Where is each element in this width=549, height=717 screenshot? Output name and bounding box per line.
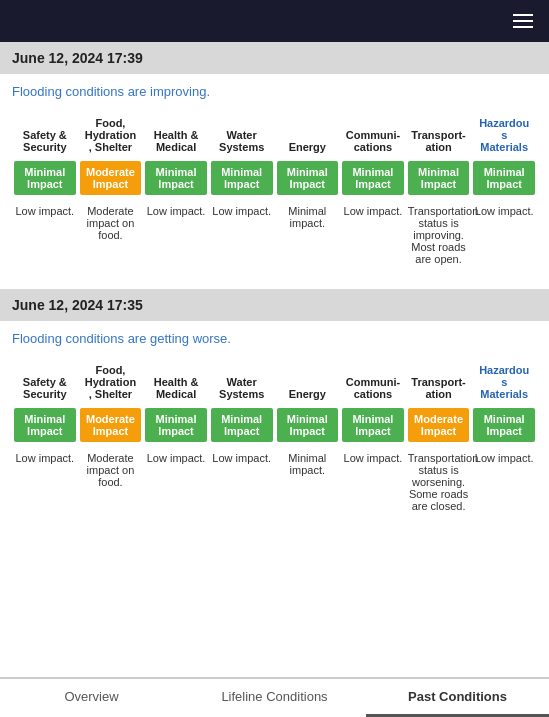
minimal-impact-badge: MinimalImpact bbox=[342, 161, 404, 195]
section-header-section2: June 12, 2024 17:35 bbox=[0, 289, 549, 321]
minimal-impact-badge: MinimalImpact bbox=[277, 161, 339, 195]
desc-cell-4: Minimal impact. bbox=[275, 199, 341, 269]
badge-cell-6: MinimalImpact bbox=[406, 157, 472, 199]
bottom-tabs: OverviewLifeline ConditionsPast Conditio… bbox=[0, 677, 549, 717]
badge-cell-5: MinimalImpact bbox=[340, 404, 406, 446]
minimal-impact-badge: MinimalImpact bbox=[342, 408, 404, 442]
minimal-impact-badge: MinimalImpact bbox=[14, 408, 76, 442]
badge-cell-0: MinimalImpact bbox=[12, 404, 78, 446]
desc-cell-1: Moderate impact on food. bbox=[78, 199, 144, 269]
badge-cell-2: MinimalImpact bbox=[143, 404, 209, 446]
col-header-4: Energy bbox=[275, 113, 341, 157]
col-header-6: Transport-ation bbox=[406, 360, 472, 404]
minimal-impact-badge: MinimalImpact bbox=[473, 408, 535, 442]
col-header-5: Communi-cations bbox=[340, 360, 406, 404]
col-header-3: WaterSystems bbox=[209, 360, 275, 404]
col-header-4: Energy bbox=[275, 360, 341, 404]
tab-lifeline[interactable]: Lifeline Conditions bbox=[183, 679, 366, 717]
desc-cell-6: Transportation status is improving. Most… bbox=[406, 199, 472, 269]
desc-cell-7: Low impact. bbox=[471, 199, 537, 269]
col-header-6: Transport-ation bbox=[406, 113, 472, 157]
desc-cell-3: Low impact. bbox=[209, 199, 275, 269]
col-header-2: Health &Medical bbox=[143, 360, 209, 404]
col-header-2: Health &Medical bbox=[143, 113, 209, 157]
col-header-1: Food,Hydration, Shelter bbox=[78, 360, 144, 404]
tab-past[interactable]: Past Conditions bbox=[366, 679, 549, 717]
desc-cell-2: Low impact. bbox=[143, 199, 209, 269]
impact-table-section2: Safety &SecurityFood,Hydration, ShelterH… bbox=[12, 360, 537, 516]
section-header-section1: June 12, 2024 17:39 bbox=[0, 42, 549, 74]
minimal-impact-badge: MinimalImpact bbox=[277, 408, 339, 442]
desc-cell-5: Low impact. bbox=[340, 446, 406, 516]
desc-cell-3: Low impact. bbox=[209, 446, 275, 516]
col-header-5: Communi-cations bbox=[340, 113, 406, 157]
tab-overview[interactable]: Overview bbox=[0, 679, 183, 717]
minimal-impact-badge: MinimalImpact bbox=[145, 161, 207, 195]
header bbox=[0, 0, 549, 42]
col-header-1: Food,Hydration, Shelter bbox=[78, 113, 144, 157]
desc-cell-0: Low impact. bbox=[12, 199, 78, 269]
col-header-7: HazardousMaterials bbox=[471, 360, 537, 404]
badge-cell-3: MinimalImpact bbox=[209, 157, 275, 199]
badge-cell-7: MinimalImpact bbox=[471, 157, 537, 199]
content-area: June 12, 2024 17:39Flooding conditions a… bbox=[0, 42, 549, 586]
badge-cell-5: MinimalImpact bbox=[340, 157, 406, 199]
badge-cell-7: MinimalImpact bbox=[471, 404, 537, 446]
desc-cell-4: Minimal impact. bbox=[275, 446, 341, 516]
badge-cell-4: MinimalImpact bbox=[275, 157, 341, 199]
badge-cell-2: MinimalImpact bbox=[143, 157, 209, 199]
desc-cell-1: Moderate impact on food. bbox=[78, 446, 144, 516]
minimal-impact-badge: MinimalImpact bbox=[211, 161, 273, 195]
badge-cell-6: ModerateImpact bbox=[406, 404, 472, 446]
minimal-impact-badge: MinimalImpact bbox=[408, 161, 470, 195]
desc-cell-6: Transportation status is worsening. Some… bbox=[406, 446, 472, 516]
minimal-impact-badge: MinimalImpact bbox=[211, 408, 273, 442]
desc-cell-2: Low impact. bbox=[143, 446, 209, 516]
app-container: June 12, 2024 17:39Flooding conditions a… bbox=[0, 0, 549, 586]
col-header-0: Safety &Security bbox=[12, 113, 78, 157]
section-body-section2: Flooding conditions are getting worse.Sa… bbox=[0, 321, 549, 536]
badge-cell-3: MinimalImpact bbox=[209, 404, 275, 446]
impact-table-section1: Safety &SecurityFood,Hydration, ShelterH… bbox=[12, 113, 537, 269]
menu-button[interactable] bbox=[513, 14, 533, 28]
minimal-impact-badge: MinimalImpact bbox=[473, 161, 535, 195]
desc-cell-0: Low impact. bbox=[12, 446, 78, 516]
desc-cell-5: Low impact. bbox=[340, 199, 406, 269]
moderate-impact-badge: ModerateImpact bbox=[80, 161, 142, 195]
minimal-impact-badge: MinimalImpact bbox=[14, 161, 76, 195]
badge-cell-0: MinimalImpact bbox=[12, 157, 78, 199]
col-header-3: WaterSystems bbox=[209, 113, 275, 157]
col-header-0: Safety &Security bbox=[12, 360, 78, 404]
moderate-impact-badge: ModerateImpact bbox=[80, 408, 142, 442]
desc-cell-7: Low impact. bbox=[471, 446, 537, 516]
moderate-impact-badge: ModerateImpact bbox=[408, 408, 470, 442]
col-header-7: HazardousMaterials bbox=[471, 113, 537, 157]
flooding-text-section2: Flooding conditions are getting worse. bbox=[12, 331, 537, 346]
badge-cell-1: ModerateImpact bbox=[78, 404, 144, 446]
badge-cell-4: MinimalImpact bbox=[275, 404, 341, 446]
section-body-section1: Flooding conditions are improving.Safety… bbox=[0, 74, 549, 289]
badge-cell-1: ModerateImpact bbox=[78, 157, 144, 199]
minimal-impact-badge: MinimalImpact bbox=[145, 408, 207, 442]
flooding-text-section1: Flooding conditions are improving. bbox=[12, 84, 537, 99]
